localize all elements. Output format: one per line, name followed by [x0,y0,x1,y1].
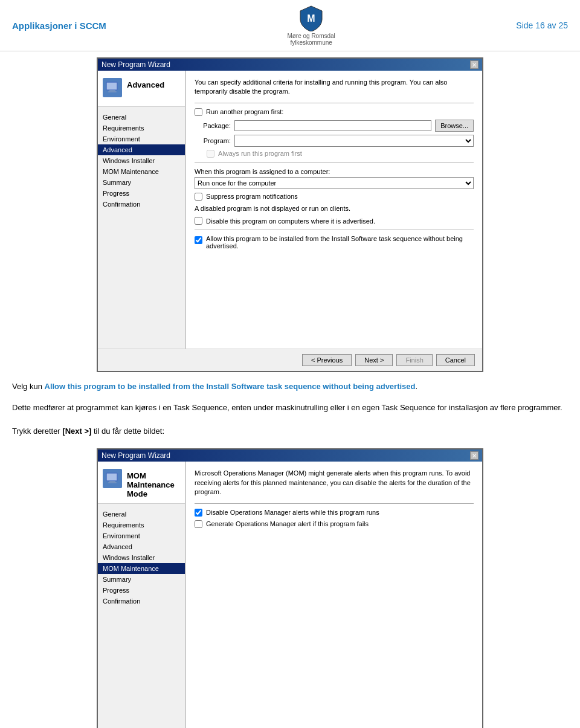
logo-area: M Møre og Romsdal fylkeskommune [287,5,335,46]
nav-item-progress[interactable]: Progress [98,188,185,199]
wizard1-nav-items: General Requirements Environment Advance… [98,107,185,214]
always-run-label: Always run this program first [218,150,302,157]
wizard1-title: New Program Wizard [102,60,170,69]
wizard2-titlebar: New Program Wizard ✕ [98,449,482,462]
narrative3: Trykk deretter [Next >] til du får dette… [12,425,568,438]
nav2-item-summary[interactable]: Summary [98,574,185,585]
narrative3-highlight: [Next >] [62,427,91,436]
narrative3-suffix: til du får dette bildet: [91,427,164,436]
svg-rect-5 [109,481,115,482]
separator2 [195,163,474,163]
program-row: Program: [195,135,474,147]
wizard2-title: New Program Wizard [102,451,170,460]
disable-checkbox[interactable] [195,217,202,225]
allow-row: Allow this program to be installed from … [195,235,474,250]
nav2-item-environment[interactable]: Environment [98,530,185,541]
wizard1-icon [103,78,122,97]
wizard2-content: Microsoft Operations Manager (MOM) might… [185,462,482,728]
page-number: Side 16 av 25 [516,21,568,30]
wizard2-nav-items: General Requirements Environment Advance… [98,504,185,611]
wizard2-nav: MOM Maintenance Mode General Requirement… [98,462,185,728]
nav2-item-general[interactable]: General [98,509,185,520]
wizard2-close-button[interactable]: ✕ [470,451,478,460]
computer-icon [105,80,120,95]
generate-alert-label: Generate Operations Manager alert if thi… [206,520,369,527]
nav-item-requirements[interactable]: Requirements [98,123,185,134]
browse-button[interactable]: Browse... [435,120,474,132]
wizard1-body: Advanced General Requirements Environmen… [98,71,482,349]
nav-item-general[interactable]: General [98,112,185,123]
wizard2-dialog: New Program Wizard ✕ MOM Maintenance Mod… [97,448,483,728]
disable-label: Disable this program on computers where … [206,217,375,225]
wizard1-next-button[interactable]: Next > [355,354,393,366]
wizard1-cancel-button[interactable]: Cancel [436,354,475,366]
svg-rect-3 [108,91,117,92]
disable-alerts-label: Disable Operations Manager alerts while … [206,509,379,516]
nav2-item-windows-installer[interactable]: Windows Installer [98,552,185,563]
wizard1-content: You can specify additional criteria for … [185,71,482,349]
page-header: Applikasjoner i SCCM M Møre og Romsdal f… [0,0,580,51]
separator4 [195,503,474,504]
when-assigned-select[interactable]: Run once for the computer [195,177,474,189]
page-content: New Program Wizard ✕ Advanced [0,51,580,728]
generate-alert-checkbox[interactable] [195,520,202,528]
wizard1-description: You can specify additional criteria for … [195,78,474,97]
nav2-item-confirmation[interactable]: Confirmation [98,596,185,607]
logo-line2: fylkeskommune [287,39,335,46]
nav2-item-mom-maintenance[interactable]: MOM Maintenance [98,563,185,574]
nav-item-advanced[interactable]: Advanced [98,144,185,155]
disabled-note: A disabled program is not displayed or r… [195,204,474,213]
app-title: Applikasjoner i SCCM [12,21,106,31]
always-run-checkbox[interactable] [207,150,214,158]
wizard2-header-area: MOM Maintenance Mode [98,462,185,504]
svg-rect-4 [106,473,117,481]
run-another-row: Run another program first: [195,108,474,116]
dropdown-row: Run once for the computer [195,177,474,189]
wizard1-dialog: New Program Wizard ✕ Advanced [97,57,483,372]
suppress-checkbox[interactable] [195,193,202,201]
nav2-item-requirements[interactable]: Requirements [98,520,185,530]
logo-icon: M [299,5,323,31]
svg-rect-2 [109,90,115,91]
program-label: Program: [195,137,231,144]
wizard1-header-area: Advanced [98,71,185,107]
program-select[interactable] [234,135,474,147]
wizard2-body: MOM Maintenance Mode General Requirement… [98,462,482,728]
narrative2-text: Dette medfører at programmet kan kjøres … [12,403,562,412]
nav-item-environment[interactable]: Environment [98,134,185,144]
wizard2-description: Microsoft Operations Manager (MOM) might… [195,469,474,497]
wizard1-titlebar: New Program Wizard ✕ [98,59,482,71]
wizard1-step-title: Advanced [127,78,164,89]
nav2-item-progress[interactable]: Progress [98,585,185,596]
disable-row: Disable this program on computers where … [195,217,474,225]
wizard1-previous-button[interactable]: < Previous [302,354,352,366]
nav2-item-advanced[interactable]: Advanced [98,541,185,552]
narrative1-highlight: Allow this program to be installed from … [45,382,416,391]
package-input[interactable] [234,120,431,131]
disable-alerts-row: Disable Operations Manager alerts while … [195,509,474,517]
nav-item-summary[interactable]: Summary [98,177,185,188]
separator1 [195,103,474,103]
nav-item-confirmation[interactable]: Confirmation [98,199,185,210]
disable-alerts-checkbox[interactable] [195,509,202,517]
computer-icon2 [105,471,120,486]
allow-checkbox[interactable] [195,236,202,244]
wizard1-nav: Advanced General Requirements Environmen… [98,71,185,349]
narrative2: Dette medfører at programmet kan kjøres … [12,402,568,414]
nav-item-windows-installer[interactable]: Windows Installer [98,155,185,166]
wizard1-close-button[interactable]: ✕ [470,60,478,69]
nav-item-mom-maintenance[interactable]: MOM Maintenance [98,166,185,177]
allow-label: Allow this program to be installed from … [206,235,474,250]
run-another-label: Run another program first: [206,108,283,115]
wizard1-finish-button[interactable]: Finish [396,354,432,366]
logo-line1: Møre og Romsdal [287,33,335,39]
wizard2-icon [103,469,122,488]
wizard2-step-title: MOM Maintenance Mode [127,469,180,498]
package-row: Package: Browse... [195,120,474,132]
wizard1-footer: < Previous Next > Finish Cancel [98,349,482,371]
narrative1: Velg kun Allow this program to be instal… [12,381,568,393]
package-label: Package: [195,122,231,129]
narrative1-prefix: Velg kun [12,382,45,391]
svg-rect-1 [106,82,117,90]
run-another-checkbox[interactable] [195,108,202,116]
